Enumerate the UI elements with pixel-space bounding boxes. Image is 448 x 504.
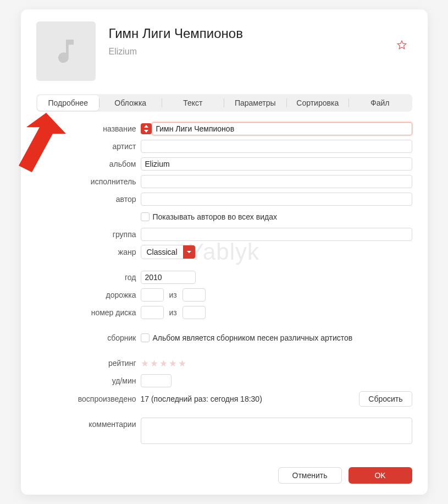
genre-label: жанр	[36, 248, 141, 256]
disc-number-input[interactable]	[141, 306, 164, 319]
up-down-icon	[143, 125, 149, 133]
tab-bar: Подробнее Обложка Текст Параметры Сортир…	[36, 94, 412, 112]
author-label: автор	[36, 195, 141, 204]
ok-button[interactable]: OK	[349, 467, 412, 484]
tab-artwork[interactable]: Обложка	[99, 95, 162, 111]
album-input[interactable]	[141, 157, 412, 171]
bpm-label: уд/мин	[36, 376, 141, 385]
song-artist-subtitle: Elizium	[109, 47, 412, 57]
favorite-button[interactable]	[396, 39, 408, 51]
genre-value: Classical	[141, 248, 183, 256]
song-title: Гимн Лиги Чемпионов	[109, 26, 412, 41]
played-value: 17 (последний раз: сегодня 18:30)	[141, 395, 262, 403]
genre-select[interactable]: Classical	[141, 245, 196, 259]
tab-lyrics[interactable]: Текст	[162, 95, 224, 111]
disc-of-label: из	[169, 308, 177, 317]
show-authors-label: Показывать авторов во всех видах	[153, 212, 277, 221]
group-label: группа	[36, 230, 141, 239]
dialog-header: Гимн Лиги Чемпионов Elizium	[36, 21, 412, 81]
details-form: название артист альбом исполнитель автор	[36, 122, 412, 444]
chevron-down-icon	[186, 249, 192, 255]
star-icon	[178, 359, 186, 368]
year-label: год	[36, 273, 141, 282]
bpm-input[interactable]	[141, 374, 172, 387]
album-artwork[interactable]	[36, 21, 96, 81]
year-input[interactable]	[141, 271, 196, 284]
played-label: воспроизведено	[36, 395, 141, 403]
name-label: название	[36, 124, 141, 133]
reset-play-count-button[interactable]: Сбросить	[359, 391, 412, 407]
music-note-icon	[51, 36, 81, 67]
compilation-label: сборник	[36, 333, 141, 342]
star-outline-icon	[396, 39, 408, 51]
tab-sorting[interactable]: Сортировка	[287, 95, 349, 111]
comments-input[interactable]	[141, 418, 412, 444]
album-label: альбом	[36, 160, 141, 168]
author-input[interactable]	[141, 193, 412, 206]
show-authors-checkbox[interactable]	[141, 212, 150, 221]
cancel-button[interactable]: Отменить	[278, 467, 342, 484]
group-input[interactable]	[141, 228, 412, 241]
song-info-dialog: Гимн Лиги Чемпионов Elizium Подробнее Об…	[21, 9, 428, 495]
dialog-footer: Отменить OK	[36, 467, 412, 484]
tab-options[interactable]: Параметры	[224, 95, 286, 111]
name-input[interactable]	[152, 122, 412, 135]
compilation-text: Альбом является сборником песен различны…	[153, 333, 353, 342]
compilation-checkbox[interactable]	[141, 333, 150, 342]
star-icon	[150, 359, 158, 368]
artist-input[interactable]	[141, 140, 412, 153]
track-of-label: из	[169, 291, 177, 299]
disc-total-input[interactable]	[182, 306, 206, 319]
performer-input[interactable]	[141, 175, 412, 188]
comments-label: комментарии	[36, 418, 141, 429]
star-icon	[159, 359, 168, 368]
track-total-input[interactable]	[182, 288, 206, 302]
tab-file[interactable]: Файл	[349, 95, 411, 111]
star-icon	[169, 359, 177, 368]
rating-stars[interactable]	[141, 359, 186, 368]
performer-label: исполнитель	[36, 177, 141, 186]
artist-label: артист	[36, 142, 141, 151]
disc-label: номер диска	[36, 308, 141, 317]
star-icon	[141, 359, 149, 368]
tab-details[interactable]: Подробнее	[37, 95, 99, 111]
rating-label: рейтинг	[36, 359, 141, 368]
name-field-selector[interactable]	[141, 123, 152, 134]
track-label: дорожка	[36, 291, 141, 299]
track-number-input[interactable]	[141, 288, 164, 302]
